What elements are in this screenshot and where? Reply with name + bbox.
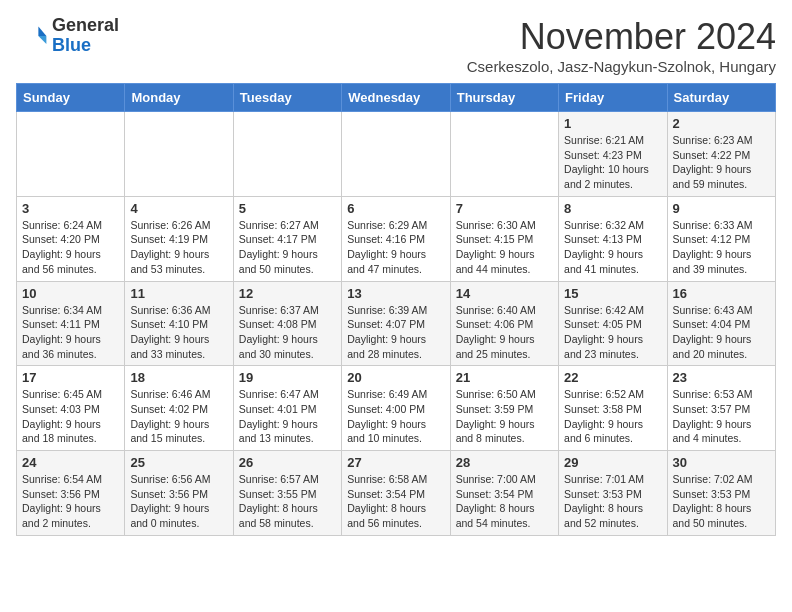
day-number: 9 (673, 201, 770, 216)
calendar-cell: 12Sunrise: 6:37 AM Sunset: 4:08 PM Dayli… (233, 281, 341, 366)
calendar-cell: 26Sunrise: 6:57 AM Sunset: 3:55 PM Dayli… (233, 451, 341, 536)
day-number: 26 (239, 455, 336, 470)
day-number: 10 (22, 286, 119, 301)
calendar-cell: 3Sunrise: 6:24 AM Sunset: 4:20 PM Daylig… (17, 196, 125, 281)
day-number: 14 (456, 286, 553, 301)
day-info: Sunrise: 6:43 AM Sunset: 4:04 PM Dayligh… (673, 303, 770, 362)
logo-general-text: General (52, 16, 119, 36)
day-number: 13 (347, 286, 444, 301)
month-title: November 2024 (467, 16, 776, 58)
calendar-cell: 15Sunrise: 6:42 AM Sunset: 4:05 PM Dayli… (559, 281, 667, 366)
day-number: 7 (456, 201, 553, 216)
calendar-cell: 24Sunrise: 6:54 AM Sunset: 3:56 PM Dayli… (17, 451, 125, 536)
day-info: Sunrise: 6:39 AM Sunset: 4:07 PM Dayligh… (347, 303, 444, 362)
calendar-cell: 4Sunrise: 6:26 AM Sunset: 4:19 PM Daylig… (125, 196, 233, 281)
day-info: Sunrise: 6:58 AM Sunset: 3:54 PM Dayligh… (347, 472, 444, 531)
day-number: 4 (130, 201, 227, 216)
day-number: 29 (564, 455, 661, 470)
day-number: 2 (673, 116, 770, 131)
day-info: Sunrise: 6:53 AM Sunset: 3:57 PM Dayligh… (673, 387, 770, 446)
day-info: Sunrise: 6:54 AM Sunset: 3:56 PM Dayligh… (22, 472, 119, 531)
day-number: 8 (564, 201, 661, 216)
calendar-cell: 19Sunrise: 6:47 AM Sunset: 4:01 PM Dayli… (233, 366, 341, 451)
day-number: 6 (347, 201, 444, 216)
day-number: 21 (456, 370, 553, 385)
day-number: 3 (22, 201, 119, 216)
day-info: Sunrise: 6:33 AM Sunset: 4:12 PM Dayligh… (673, 218, 770, 277)
calendar-week-row: 24Sunrise: 6:54 AM Sunset: 3:56 PM Dayli… (17, 451, 776, 536)
day-number: 11 (130, 286, 227, 301)
day-number: 18 (130, 370, 227, 385)
day-number: 28 (456, 455, 553, 470)
day-info: Sunrise: 6:37 AM Sunset: 4:08 PM Dayligh… (239, 303, 336, 362)
day-info: Sunrise: 7:02 AM Sunset: 3:53 PM Dayligh… (673, 472, 770, 531)
svg-marker-0 (38, 26, 46, 36)
calendar-cell (17, 112, 125, 197)
calendar-header-row: SundayMondayTuesdayWednesdayThursdayFrid… (17, 84, 776, 112)
calendar-cell: 25Sunrise: 6:56 AM Sunset: 3:56 PM Dayli… (125, 451, 233, 536)
calendar-week-row: 3Sunrise: 6:24 AM Sunset: 4:20 PM Daylig… (17, 196, 776, 281)
day-info: Sunrise: 6:30 AM Sunset: 4:15 PM Dayligh… (456, 218, 553, 277)
calendar-cell: 9Sunrise: 6:33 AM Sunset: 4:12 PM Daylig… (667, 196, 775, 281)
calendar-cell: 23Sunrise: 6:53 AM Sunset: 3:57 PM Dayli… (667, 366, 775, 451)
weekday-header-friday: Friday (559, 84, 667, 112)
day-info: Sunrise: 6:40 AM Sunset: 4:06 PM Dayligh… (456, 303, 553, 362)
calendar-cell: 5Sunrise: 6:27 AM Sunset: 4:17 PM Daylig… (233, 196, 341, 281)
calendar-cell: 7Sunrise: 6:30 AM Sunset: 4:15 PM Daylig… (450, 196, 558, 281)
calendar-cell: 2Sunrise: 6:23 AM Sunset: 4:22 PM Daylig… (667, 112, 775, 197)
page-header: General Blue November 2024 Cserkeszolo, … (16, 16, 776, 75)
day-number: 30 (673, 455, 770, 470)
calendar-cell (450, 112, 558, 197)
weekday-header-wednesday: Wednesday (342, 84, 450, 112)
calendar-week-row: 17Sunrise: 6:45 AM Sunset: 4:03 PM Dayli… (17, 366, 776, 451)
day-info: Sunrise: 6:52 AM Sunset: 3:58 PM Dayligh… (564, 387, 661, 446)
day-info: Sunrise: 6:46 AM Sunset: 4:02 PM Dayligh… (130, 387, 227, 446)
day-info: Sunrise: 6:34 AM Sunset: 4:11 PM Dayligh… (22, 303, 119, 362)
day-number: 27 (347, 455, 444, 470)
calendar-cell (233, 112, 341, 197)
day-info: Sunrise: 6:23 AM Sunset: 4:22 PM Dayligh… (673, 133, 770, 192)
day-number: 17 (22, 370, 119, 385)
day-number: 23 (673, 370, 770, 385)
calendar-cell: 22Sunrise: 6:52 AM Sunset: 3:58 PM Dayli… (559, 366, 667, 451)
calendar-cell: 27Sunrise: 6:58 AM Sunset: 3:54 PM Dayli… (342, 451, 450, 536)
day-number: 19 (239, 370, 336, 385)
title-section: November 2024 Cserkeszolo, Jasz-Nagykun-… (467, 16, 776, 75)
calendar-cell: 30Sunrise: 7:02 AM Sunset: 3:53 PM Dayli… (667, 451, 775, 536)
day-number: 15 (564, 286, 661, 301)
calendar-cell: 16Sunrise: 6:43 AM Sunset: 4:04 PM Dayli… (667, 281, 775, 366)
calendar-cell: 20Sunrise: 6:49 AM Sunset: 4:00 PM Dayli… (342, 366, 450, 451)
day-info: Sunrise: 7:01 AM Sunset: 3:53 PM Dayligh… (564, 472, 661, 531)
calendar-cell: 11Sunrise: 6:36 AM Sunset: 4:10 PM Dayli… (125, 281, 233, 366)
day-number: 20 (347, 370, 444, 385)
calendar-cell: 29Sunrise: 7:01 AM Sunset: 3:53 PM Dayli… (559, 451, 667, 536)
logo-icon (16, 20, 48, 52)
day-info: Sunrise: 6:57 AM Sunset: 3:55 PM Dayligh… (239, 472, 336, 531)
day-info: Sunrise: 6:49 AM Sunset: 4:00 PM Dayligh… (347, 387, 444, 446)
day-info: Sunrise: 6:42 AM Sunset: 4:05 PM Dayligh… (564, 303, 661, 362)
calendar-week-row: 10Sunrise: 6:34 AM Sunset: 4:11 PM Dayli… (17, 281, 776, 366)
weekday-header-saturday: Saturday (667, 84, 775, 112)
calendar-cell: 6Sunrise: 6:29 AM Sunset: 4:16 PM Daylig… (342, 196, 450, 281)
calendar-cell: 21Sunrise: 6:50 AM Sunset: 3:59 PM Dayli… (450, 366, 558, 451)
weekday-header-thursday: Thursday (450, 84, 558, 112)
calendar-cell: 28Sunrise: 7:00 AM Sunset: 3:54 PM Dayli… (450, 451, 558, 536)
calendar-cell (342, 112, 450, 197)
calendar-cell: 18Sunrise: 6:46 AM Sunset: 4:02 PM Dayli… (125, 366, 233, 451)
day-number: 12 (239, 286, 336, 301)
calendar-cell: 10Sunrise: 6:34 AM Sunset: 4:11 PM Dayli… (17, 281, 125, 366)
day-info: Sunrise: 6:36 AM Sunset: 4:10 PM Dayligh… (130, 303, 227, 362)
day-info: Sunrise: 6:47 AM Sunset: 4:01 PM Dayligh… (239, 387, 336, 446)
day-number: 1 (564, 116, 661, 131)
day-number: 22 (564, 370, 661, 385)
day-info: Sunrise: 6:45 AM Sunset: 4:03 PM Dayligh… (22, 387, 119, 446)
weekday-header-monday: Monday (125, 84, 233, 112)
day-info: Sunrise: 7:00 AM Sunset: 3:54 PM Dayligh… (456, 472, 553, 531)
calendar-cell: 13Sunrise: 6:39 AM Sunset: 4:07 PM Dayli… (342, 281, 450, 366)
calendar-cell: 1Sunrise: 6:21 AM Sunset: 4:23 PM Daylig… (559, 112, 667, 197)
day-info: Sunrise: 6:50 AM Sunset: 3:59 PM Dayligh… (456, 387, 553, 446)
calendar-table: SundayMondayTuesdayWednesdayThursdayFrid… (16, 83, 776, 536)
day-number: 24 (22, 455, 119, 470)
day-info: Sunrise: 6:27 AM Sunset: 4:17 PM Dayligh… (239, 218, 336, 277)
svg-marker-1 (38, 36, 46, 44)
